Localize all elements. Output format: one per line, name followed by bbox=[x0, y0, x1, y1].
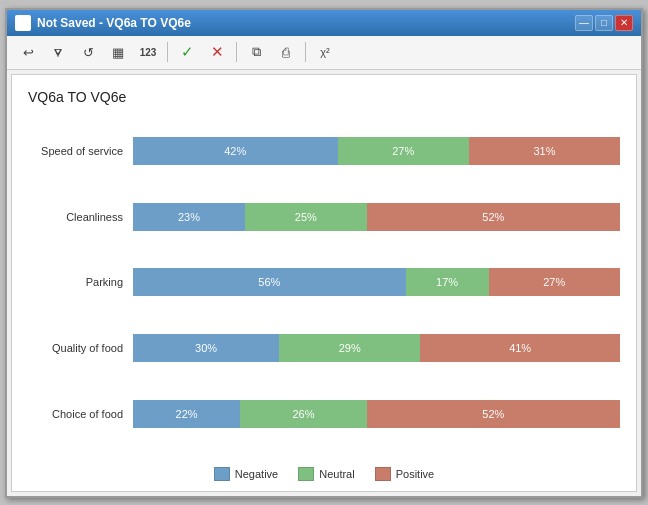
window-title: Not Saved - VQ6a TO VQ6e bbox=[37, 16, 191, 30]
bar-segment-positive: 31% bbox=[469, 137, 620, 165]
bar-segment-neutral: 26% bbox=[240, 400, 367, 428]
toolbar: ↩ ⛛ ↺ ▦ 123 ✓ ✕ ⧉ ⎙ χ² bbox=[7, 36, 641, 70]
bar-row: Quality of food30%29%41% bbox=[28, 330, 620, 366]
bar-segment-negative: 56% bbox=[133, 268, 406, 296]
bar-segment-neutral: 17% bbox=[406, 268, 489, 296]
bar-segment-negative: 30% bbox=[133, 334, 279, 362]
arrow-button[interactable]: ↩ bbox=[15, 40, 41, 64]
legend-item-negative: Negative bbox=[214, 467, 278, 481]
bar-container: 56%17%27% bbox=[133, 268, 620, 296]
toolbar-separator-3 bbox=[305, 42, 306, 62]
legend-item-positive: Positive bbox=[375, 467, 435, 481]
bar-row: Speed of service42%27%31% bbox=[28, 133, 620, 169]
refresh-button[interactable]: ↺ bbox=[75, 40, 101, 64]
title-bar: Not Saved - VQ6a TO VQ6e — □ ✕ bbox=[7, 10, 641, 36]
bar-segment-positive: 52% bbox=[367, 400, 620, 428]
bar-segment-positive: 52% bbox=[367, 203, 620, 231]
bar-segment-positive: 41% bbox=[420, 334, 620, 362]
minimize-button[interactable]: — bbox=[575, 15, 593, 31]
main-window: Not Saved - VQ6a TO VQ6e — □ ✕ ↩ ⛛ ↺ ▦ 1… bbox=[5, 8, 643, 498]
bar-label: Quality of food bbox=[28, 342, 133, 354]
bar-label: Cleanliness bbox=[28, 211, 133, 223]
bar-container: 42%27%31% bbox=[133, 137, 620, 165]
bar-row: Cleanliness23%25%52% bbox=[28, 199, 620, 235]
bar-segment-neutral: 27% bbox=[338, 137, 469, 165]
toolbar-separator-2 bbox=[236, 42, 237, 62]
bar-container: 30%29%41% bbox=[133, 334, 620, 362]
filter-button[interactable]: ⛛ bbox=[45, 40, 71, 64]
legend-label-neutral: Neutral bbox=[319, 468, 354, 480]
legend-label-positive: Positive bbox=[396, 468, 435, 480]
chart-title: VQ6a TO VQ6e bbox=[28, 89, 620, 105]
legend-swatch-neutral bbox=[298, 467, 314, 481]
copy-button[interactable]: ⧉ bbox=[243, 40, 269, 64]
chart-legend: NegativeNeutralPositive bbox=[28, 459, 620, 481]
app-icon bbox=[15, 15, 31, 31]
title-bar-title: Not Saved - VQ6a TO VQ6e bbox=[15, 15, 191, 31]
bar-row: Parking56%17%27% bbox=[28, 264, 620, 300]
legend-swatch-negative bbox=[214, 467, 230, 481]
chart-area: Speed of service42%27%31%Cleanliness23%2… bbox=[28, 121, 620, 449]
toolbar-separator-1 bbox=[167, 42, 168, 62]
close-button[interactable]: ✕ bbox=[615, 15, 633, 31]
bar-segment-negative: 23% bbox=[133, 203, 245, 231]
legend-item-neutral: Neutral bbox=[298, 467, 354, 481]
bar-row: Choice of food22%26%52% bbox=[28, 396, 620, 432]
print-button[interactable]: ⎙ bbox=[273, 40, 299, 64]
bar-segment-positive: 27% bbox=[489, 268, 620, 296]
check-button[interactable]: ✓ bbox=[174, 40, 200, 64]
bar-container: 23%25%52% bbox=[133, 203, 620, 231]
cross-button[interactable]: ✕ bbox=[204, 40, 230, 64]
bar-label: Speed of service bbox=[28, 145, 133, 157]
bar-label: Choice of food bbox=[28, 408, 133, 420]
chart-content: VQ6a TO VQ6e Speed of service42%27%31%Cl… bbox=[11, 74, 637, 492]
bar-segment-neutral: 25% bbox=[245, 203, 367, 231]
bar-segment-negative: 22% bbox=[133, 400, 240, 428]
legend-swatch-positive bbox=[375, 467, 391, 481]
title-controls: — □ ✕ bbox=[575, 15, 633, 31]
bar-segment-neutral: 29% bbox=[279, 334, 420, 362]
bar-label: Parking bbox=[28, 276, 133, 288]
legend-label-negative: Negative bbox=[235, 468, 278, 480]
bar-container: 22%26%52% bbox=[133, 400, 620, 428]
hash-button[interactable]: 123 bbox=[135, 40, 161, 64]
table-button[interactable]: ▦ bbox=[105, 40, 131, 64]
maximize-button[interactable]: □ bbox=[595, 15, 613, 31]
formula-button[interactable]: χ² bbox=[312, 40, 338, 64]
bar-segment-negative: 42% bbox=[133, 137, 338, 165]
